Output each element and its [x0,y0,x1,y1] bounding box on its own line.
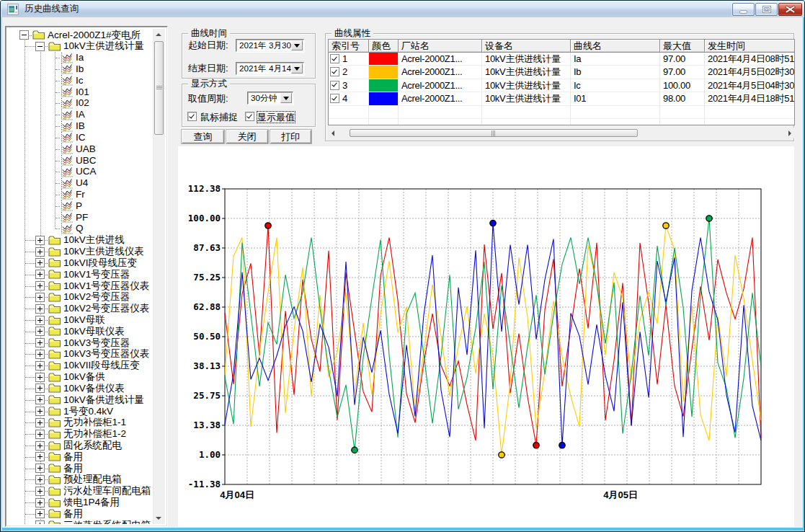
expand-toggle[interactable] [35,475,45,484]
tree-item-label[interactable]: 污水处理车间配电箱 [63,485,151,497]
tree-item-label[interactable]: UCA [76,166,97,177]
print-button[interactable]: 打印 [270,130,311,143]
column-header-设备名[interactable]: 设备名 [482,40,571,52]
tree-item-label[interactable]: 馈电1P4备用 [63,497,120,508]
tree-item-label[interactable]: 10kVII段母线压变 [63,360,140,371]
tree-item-11-curve[interactable]: UBC [8,155,155,167]
table-row-Ia[interactable]: 1Acrel-2000Z1...10kV主供进线计量Ia97.002021年4月… [329,53,794,66]
tree-item-10-curve[interactable]: UAB [8,143,155,155]
expand-toggle[interactable] [35,281,45,291]
tree-item-label[interactable]: 10kVI段母线压变 [63,257,137,269]
expand-toggle[interactable] [35,361,45,371]
expand-toggle[interactable] [35,373,45,382]
expand-toggle[interactable] [35,418,45,427]
end-date-dropdown-button[interactable] [291,63,303,74]
tree-item-label[interactable]: Ia [76,52,84,63]
tree-item-43-folder[interactable]: 三效蒸发系统配电箱 [8,520,155,524]
device-tree[interactable]: Acrel-2000Z1#变电所10kV主供进线计量IaIbIcI01I02IA… [8,29,165,524]
column-header-发生时间[interactable]: 发生时间 [705,40,795,52]
tree-item-label[interactable]: 备用 [63,451,83,463]
tree-item-label[interactable]: Acrel-2000Z1#变电所 [48,30,141,41]
tree-item-0-folder[interactable]: Acrel-2000Z1#变电所 [8,30,155,41]
expand-toggle[interactable] [35,236,45,245]
tree-item-label[interactable]: I02 [76,97,89,109]
tree-item-25-folder[interactable]: 10kV母联 [8,314,155,326]
close-button[interactable] [778,3,802,16]
row-checkbox[interactable] [330,81,339,90]
tree-item-label[interactable]: PF [76,212,88,223]
row-checkbox[interactable] [330,54,339,63]
tree-item-label[interactable]: 10kV备供进线计量 [63,394,144,406]
tree-item-label[interactable]: 10kV母联 [63,314,105,326]
tree-item-label[interactable]: 10kV1号变压器 [63,269,130,280]
row-checkbox[interactable] [330,94,339,103]
expand-toggle[interactable] [35,327,45,336]
collapse-toggle[interactable] [19,30,29,40]
tree-item-26-folder[interactable]: 10kV母联仪表 [8,326,155,337]
table-row-Ib[interactable]: 2Acrel-2000Z1...10kV主供进线计量Ib97.002021年4月… [329,66,794,79]
tree-item-9-curve[interactable]: IC [8,132,155,143]
tree-item-label[interactable]: 1号变0.4kV [63,406,113,417]
tree-item-label[interactable]: 预处理配电箱 [63,474,122,485]
tree-item-41-folder[interactable]: 馈电1P4备用 [8,497,155,508]
tree-item-13-curve[interactable]: U4 [8,177,155,189]
expand-toggle[interactable] [35,407,45,416]
tree-item-38-folder[interactable]: 备用 [8,463,155,474]
table-row-Ic[interactable]: 3Acrel-2000Z1...10kV主供进线计量Ic100.002021年4… [329,79,794,92]
expand-toggle[interactable] [35,316,45,325]
tree-item-label[interactable]: UAB [76,143,96,155]
curve-table[interactable]: 索引号颜色厂站名设备名曲线名最大值发生时间 1Acrel-2000Z1...10… [328,39,795,125]
tree-item-22-folder[interactable]: 10kV1号变压器仪表 [8,280,155,292]
column-header-索引号[interactable]: 索引号 [329,40,369,52]
tree-item-17-curve[interactable]: Q [8,223,155,234]
expand-toggle[interactable] [35,258,45,267]
tree-item-label[interactable]: Q [76,223,84,234]
tree-item-3-curve[interactable]: Ib [8,63,155,75]
scrollbar-thumb[interactable] [350,129,638,137]
tree-item-label[interactable]: 10kV2号变压器仪表 [63,303,149,314]
tree-item-1-folder[interactable]: 10kV主供进线计量 [8,40,155,52]
tree-item-39-folder[interactable]: 预处理配电箱 [8,474,155,485]
tree-item-label[interactable]: 10kV主供进线仪表 [63,246,144,257]
tree-item-29-folder[interactable]: 10kVII段母线压变 [8,360,155,371]
tree-item-label[interactable]: 备用 [63,508,83,520]
titlebar[interactable]: 历史曲线查询 [1,1,804,17]
expand-toggle[interactable] [35,441,45,451]
period-combo[interactable]: 30分钟 [247,92,293,105]
tree-item-label[interactable]: Ic [76,75,84,87]
expand-toggle[interactable] [35,350,45,359]
tree-vertical-scrollbar[interactable] [153,29,165,524]
tree-item-label[interactable]: 无功补偿柜1-2 [63,428,126,440]
tree-item-label[interactable]: U4 [76,177,88,189]
period-dropdown-button[interactable] [280,93,292,103]
tree-item-12-curve[interactable]: UCA [8,166,155,177]
mouse-capture-label[interactable]: 鼠标捕捉 [200,112,238,123]
tree-item-30-folder[interactable]: 10kV备供 [8,371,155,383]
tree-item-label[interactable]: 备用 [63,463,83,474]
expand-toggle[interactable] [35,509,45,518]
tree-item-31-folder[interactable]: 10kV备供仪表 [8,383,155,394]
tree-item-28-folder[interactable]: 10kV3号变压器仪表 [8,348,155,360]
tree-item-label[interactable]: 10kV主供进线计量 [63,40,144,52]
tree-item-34-folder[interactable]: 无功补偿柜1-1 [8,417,155,428]
maximize-button[interactable] [755,3,778,16]
end-date-combo[interactable]: 2021年 4月14 [236,62,304,75]
tree-item-42-folder[interactable]: 备用 [8,508,155,520]
tree-item-23-folder[interactable]: 10kV2号变压器 [8,291,155,303]
mouse-capture-checkbox[interactable] [187,112,197,121]
tree-item-6-curve[interactable]: I02 [8,97,155,109]
tree-item-label[interactable]: 10kV3号变压器仪表 [63,348,149,360]
row-checkbox[interactable] [330,67,339,76]
tree-item-label[interactable]: 10kV1号变压器仪表 [63,280,149,292]
tree-item-40-folder[interactable]: 污水处理车间配电箱 [8,485,155,497]
tree-item-label[interactable]: UBC [76,155,97,167]
tree-item-8-curve[interactable]: IB [8,120,155,132]
column-header-颜色[interactable]: 颜色 [369,40,399,52]
tree-item-label[interactable]: 10kV3号变压器 [63,337,130,349]
table-row-I01[interactable]: 4Acrel-2000Z1...10kV主供进线计量I0198.002021年4… [329,92,794,105]
tree-item-label[interactable]: IB [76,120,85,132]
tree-item-5-curve[interactable]: I01 [8,87,155,98]
tree-item-33-folder[interactable]: 1号变0.4kV [8,406,155,417]
column-header-最大值[interactable]: 最大值 [660,40,705,52]
scroll-down-arrow[interactable] [156,517,161,520]
